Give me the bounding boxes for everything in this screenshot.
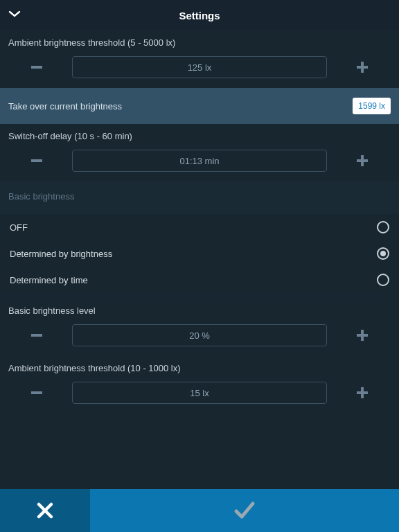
takeover-row[interactable]: Take over current brightness 1599 lx (0, 88, 399, 124)
radio-icon (377, 221, 389, 233)
svg-rect-11 (361, 387, 364, 398)
ambient2-stepper: 15 lx (0, 379, 399, 414)
group-basic-brightness: Basic brightness (0, 181, 399, 214)
svg-rect-2 (361, 62, 364, 73)
cancel-button[interactable] (0, 489, 90, 532)
level-label: Basic brightness level (0, 299, 399, 321)
radio-label: Determined by time (10, 275, 88, 285)
plus-button[interactable] (331, 59, 393, 76)
delay-stepper: 01:13 min (0, 147, 399, 181)
radio-icon (377, 247, 389, 260)
ambient-threshold-value[interactable]: 125 lx (72, 56, 327, 78)
takeover-value: 1599 lx (353, 98, 391, 114)
svg-rect-5 (361, 155, 364, 166)
plus-button[interactable] (331, 152, 393, 169)
delay-label: Switch-off delay (10 s - 60 min) (0, 124, 399, 147)
minus-button[interactable] (6, 152, 68, 169)
footer (0, 489, 399, 532)
collapse-icon[interactable] (8, 10, 21, 18)
ambient2-value[interactable]: 15 lx (72, 382, 327, 404)
close-icon (35, 500, 55, 521)
divider (0, 293, 399, 299)
radio-label: Determined by brightness (10, 249, 112, 259)
plus-button[interactable] (331, 327, 393, 344)
svg-rect-0 (31, 66, 42, 69)
radio-time[interactable]: Determined by time (0, 267, 399, 293)
radio-label: OFF (10, 222, 28, 233)
level-value[interactable]: 20 % (72, 324, 327, 346)
minus-button[interactable] (6, 59, 68, 76)
radio-brightness[interactable]: Determined by brightness (0, 240, 399, 267)
svg-rect-8 (361, 330, 364, 341)
header: Settings (0, 0, 399, 30)
check-icon (233, 500, 256, 521)
takeover-label: Take over current brightness (8, 101, 122, 112)
minus-button[interactable] (6, 384, 68, 401)
ambient-threshold-label: Ambient brightness threshold (5 - 5000 l… (0, 30, 399, 53)
radio-off[interactable]: OFF (0, 214, 399, 240)
radio-icon (377, 274, 389, 286)
ambient-threshold-stepper: 125 lx (0, 53, 399, 88)
page-title: Settings (179, 10, 220, 21)
level-stepper: 20 % (0, 321, 399, 356)
minus-button[interactable] (6, 327, 68, 344)
svg-rect-3 (31, 159, 42, 162)
plus-button[interactable] (331, 384, 393, 401)
ambient2-label: Ambient brightness threshold (10 - 1000 … (0, 356, 399, 379)
svg-rect-9 (31, 391, 42, 394)
delay-value[interactable]: 01:13 min (72, 150, 327, 172)
svg-rect-6 (31, 334, 42, 337)
confirm-button[interactable] (90, 489, 399, 532)
